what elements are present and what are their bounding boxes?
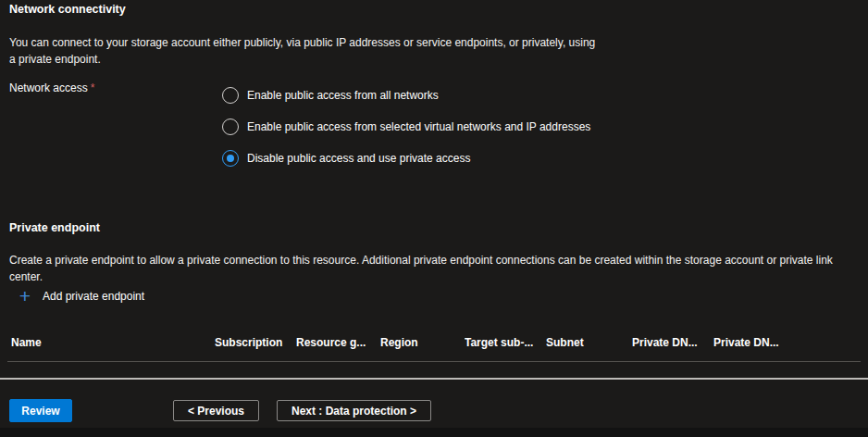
column-header-resource-group: Resource g...: [296, 336, 380, 349]
network-connectivity-description: You can connect to your storage account …: [9, 34, 600, 68]
required-asterisk: *: [91, 81, 95, 94]
table-header-divider: [7, 361, 861, 362]
plus-icon: +: [15, 287, 35, 306]
wizard-footer: Review < Previous Next : Data protection…: [0, 398, 868, 424]
private-endpoint-description: Create a private endpoint to allow a pri…: [9, 252, 864, 285]
add-private-endpoint-label: Add private endpoint: [43, 290, 144, 303]
column-header-target-subresource: Target sub-...: [465, 336, 546, 349]
networking-tab-panel: Network connectivity You can connect to …: [0, 0, 868, 437]
review-button[interactable]: Review: [9, 399, 72, 422]
next-data-protection-button[interactable]: Next : Data protection >: [277, 400, 431, 421]
bottom-edge-strip: [0, 428, 868, 437]
radio-button-icon[interactable]: [222, 87, 239, 104]
radio-option[interactable]: Enable public access from selected virtu…: [222, 119, 590, 135]
column-header-name: Name: [11, 336, 215, 349]
network-connectivity-heading: Network connectivity: [9, 3, 126, 16]
private-endpoint-table-header: Name Subscription Resource g... Region T…: [11, 336, 868, 349]
radio-button-icon[interactable]: [222, 150, 239, 167]
column-header-subnet: Subnet: [546, 336, 632, 349]
network-access-label: Network access*: [9, 81, 94, 94]
radio-option[interactable]: Disable public access and use private ac…: [222, 150, 590, 167]
radio-option-label: Enable public access from all networks: [247, 89, 439, 102]
radio-button-icon[interactable]: [222, 119, 239, 135]
private-endpoint-heading: Private endpoint: [9, 221, 100, 234]
add-private-endpoint-button[interactable]: + Add private endpoint: [9, 286, 144, 306]
radio-option-label: Disable public access and use private ac…: [247, 152, 470, 165]
column-header-region: Region: [380, 336, 465, 349]
network-access-radio-group: Enable public access from all networks E…: [222, 87, 590, 181]
radio-option[interactable]: Enable public access from all networks: [222, 87, 590, 104]
previous-button[interactable]: < Previous: [173, 400, 259, 421]
column-header-subscription: Subscription: [215, 336, 296, 349]
column-header-private-dns-2: Private DN...: [713, 336, 806, 349]
column-header-private-dns-1: Private DN...: [632, 336, 713, 349]
radio-option-label: Enable public access from selected virtu…: [247, 120, 590, 133]
footer-divider: [0, 378, 868, 380]
